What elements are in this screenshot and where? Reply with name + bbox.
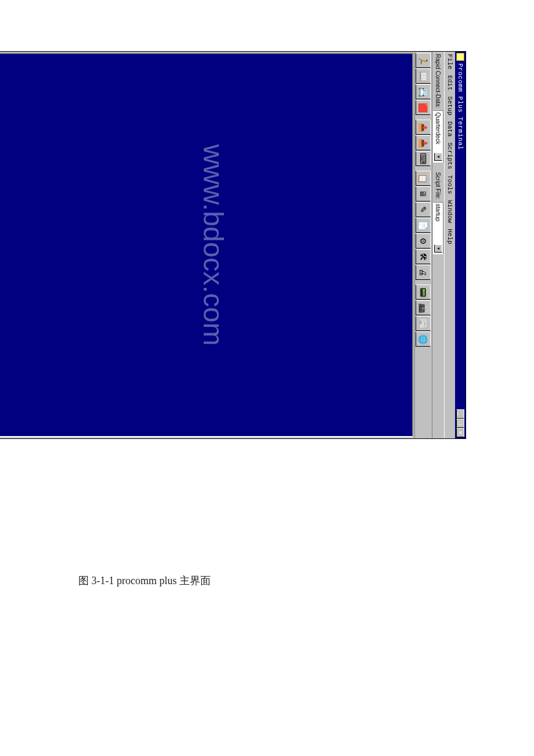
rapid-connect-combo[interactable]: Quarterdeck ▾ bbox=[433, 110, 443, 163]
menu-data[interactable]: Data bbox=[446, 121, 453, 136]
close-button[interactable]: ✕ bbox=[456, 428, 464, 437]
menu-tools[interactable]: Tools bbox=[446, 175, 453, 194]
download-icon[interactable]: 📥 bbox=[416, 135, 431, 150]
menubar: File Edit Setup Data Scripts Tools Windo… bbox=[445, 52, 455, 438]
client-area: www.bdocx.com Alt- bbox=[0, 52, 414, 438]
chevron-down-icon[interactable]: ▾ bbox=[434, 153, 442, 161]
mode-icon[interactable]: 🟥 bbox=[416, 100, 431, 115]
script-file-combo[interactable]: startup ▾ bbox=[433, 202, 443, 254]
menu-edit[interactable]: Edit bbox=[446, 75, 453, 90]
figure-caption: 图 3-1-1 procomm plus 主界面 bbox=[78, 574, 211, 588]
script-file-value: startup bbox=[435, 204, 442, 222]
menu-setup[interactable]: Setup bbox=[446, 96, 453, 116]
monitor-icon[interactable]: 🖥 bbox=[416, 186, 431, 201]
phonebook-icon[interactable]: 📇 bbox=[416, 84, 431, 99]
app-window: Procomm Plus Terminal _ □ ✕ File Edit Se… bbox=[0, 51, 466, 439]
newsreader-icon[interactable]: 📰 bbox=[416, 316, 431, 331]
terminal[interactable]: www.bdocx.com bbox=[0, 53, 413, 437]
window-title: Procomm Plus Terminal bbox=[457, 63, 464, 409]
rapid-connect-label: Rapid Connect-Data: bbox=[435, 54, 442, 108]
tools-icon[interactable]: 🛠 bbox=[416, 249, 431, 264]
edit-icon[interactable]: ✎ bbox=[416, 202, 431, 217]
titlebar: Procomm Plus Terminal _ □ ✕ bbox=[455, 52, 466, 438]
printer-icon[interactable]: 🖨 bbox=[416, 265, 431, 280]
menu-help[interactable]: Help bbox=[446, 229, 453, 244]
book-icon[interactable]: 📖 bbox=[416, 69, 431, 84]
toolbar: 🏃 📖 📇 🟥 📤 📥 ⌨ 📋 🖥 ✎ 📄 ⚙ 🛠 🖨 📟 📠 📰 🌐 bbox=[414, 52, 432, 438]
menu-scripts[interactable]: Scripts bbox=[446, 142, 453, 169]
maximize-button[interactable]: □ bbox=[456, 419, 464, 428]
script-file-label: Script File: bbox=[435, 172, 442, 199]
chevron-down-icon[interactable]: ▾ bbox=[434, 244, 442, 253]
keyboard-icon[interactable]: ⌨ bbox=[416, 151, 431, 166]
copy-icon[interactable]: 📄 bbox=[416, 218, 431, 233]
app-icon bbox=[456, 53, 464, 61]
menu-window[interactable]: Window bbox=[446, 200, 453, 223]
menu-file[interactable]: File bbox=[446, 54, 453, 69]
pager-icon[interactable]: 📟 bbox=[416, 285, 431, 300]
upload-icon[interactable]: 📤 bbox=[416, 120, 431, 135]
fax-icon[interactable]: 📠 bbox=[416, 300, 431, 315]
settings-icon[interactable]: ⚙ bbox=[416, 233, 431, 249]
watermark: www.bdocx.com bbox=[197, 145, 229, 346]
internet-icon[interactable]: 🌐 bbox=[416, 332, 431, 347]
minimize-button[interactable]: _ bbox=[456, 409, 464, 419]
clipboard-icon[interactable]: 📋 bbox=[416, 171, 431, 186]
rapid-connect-value: Quarterdeck bbox=[435, 112, 442, 144]
run-icon[interactable]: 🏃 bbox=[416, 53, 431, 68]
connect-bar: Rapid Connect-Data: Quarterdeck ▾ Script… bbox=[432, 52, 445, 438]
